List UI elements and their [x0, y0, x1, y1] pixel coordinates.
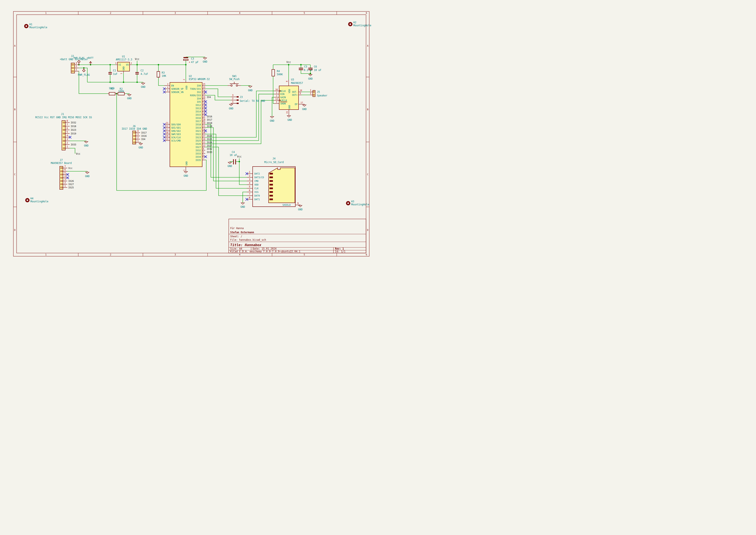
svg-text:30: 30: [203, 122, 205, 124]
pwr-flag-label: PWR_FLAG: [78, 73, 90, 76]
capacitor-c2[interactable]: C2 4.7uF: [135, 69, 148, 75]
gnd-symbol: GND: [229, 103, 237, 110]
comment: Für Hanna: [230, 227, 244, 230]
mounting-hole-h4[interactable]: H4 MountingHole: [25, 197, 48, 203]
border-row-label: B: [14, 108, 15, 111]
svg-text:Vcc: Vcc: [68, 167, 72, 169]
plus-mark: +: [189, 61, 190, 64]
value: 500K: [277, 73, 283, 76]
svg-text:IO33: IO33: [71, 143, 76, 146]
connector-j1[interactable]: J1 RC522 Vcc RST GND IRQ MISO MOSI SCK S…: [35, 113, 92, 155]
svg-text:GND: GND: [184, 174, 188, 177]
ref: C3: [191, 57, 194, 60]
svg-text:DAT0: DAT0: [255, 194, 260, 197]
svg-text:IO25: IO25: [196, 139, 201, 142]
svg-text:IO17: IO17: [207, 119, 212, 121]
border-row-label: D: [367, 229, 368, 231]
capacitor-c1[interactable]: C1 1uF: [108, 69, 118, 75]
mounting-hole-h2[interactable]: H2 MountingHole: [348, 21, 371, 27]
svg-text:GND: GND: [288, 105, 291, 109]
mounting-hole-h1[interactable]: H1 MountingHole: [24, 23, 47, 29]
pwr-flag-bottom[interactable]: PWR_FLAG: [78, 68, 90, 76]
mcu-esp32-u2[interactable]: U2 ESP32-WROOM-32 2 VDD 1 GND 3 EN 4 SEN…: [163, 75, 212, 172]
svg-text:IO19: IO19: [207, 125, 212, 127]
connector-j6[interactable]: J6 IO17 IO16 IO4 GND 4 IO17 3 IO16 2 IO4: [122, 125, 147, 144]
svg-text:19: 19: [166, 138, 169, 140]
svg-text:15: 15: [286, 111, 288, 114]
sdcard-j4[interactable]: J4 Micro_SD_Card 1 DAT2 2 DAT3/CD 3 CMD: [246, 157, 299, 207]
vcc-label[interactable]: Vcc: [237, 155, 242, 158]
svg-text:CLK: CLK: [255, 187, 259, 190]
svg-text:36: 36: [203, 131, 205, 134]
svg-text:7: 7: [65, 165, 66, 168]
svg-text:IO18: IO18: [207, 122, 212, 124]
svg-text:17: 17: [301, 101, 303, 104]
svg-text:2: 2: [310, 92, 311, 95]
svg-text:IO26: IO26: [196, 143, 201, 145]
gnd-symbol: GND: [139, 142, 143, 149]
connector-j7[interactable]: J7 MAX98357 Board 7 Vcc 6 5: [51, 158, 74, 189]
svg-text:5: 5: [167, 89, 168, 92]
svg-text:VSS: VSS: [255, 191, 258, 193]
switch-sw1[interactable]: SW1 SW_Push: [228, 75, 241, 86]
svg-text:1: 1: [76, 68, 77, 71]
gnd-symbol: GND: [248, 86, 253, 92]
value: Serial: TX RX GND: [240, 99, 265, 102]
svg-text:IO2: IO2: [197, 91, 201, 94]
border-row-label: C: [14, 173, 15, 176]
border-col-label: 4: [239, 12, 240, 14]
border-col-label: 4: [239, 253, 240, 256]
value: MountingHole: [30, 200, 48, 203]
svg-text:3: 3: [76, 62, 77, 64]
value: ESP32-WROOM-32: [189, 78, 210, 81]
svg-text:IO27: IO27: [196, 146, 201, 149]
svg-text:IO33: IO33: [196, 152, 201, 155]
svg-text:IO14: IO14: [196, 110, 201, 113]
mounting-hole-h3[interactable]: H3 MountingHole: [346, 200, 369, 206]
connector-j5[interactable]: J5 Speaker 1 2: [310, 89, 327, 97]
svg-text:IO32: IO32: [207, 148, 212, 150]
svg-text:OUT-: OUT-: [292, 91, 297, 93]
resistor-r4[interactable]: R4 500K: [272, 70, 283, 76]
svg-text:IO13: IO13: [196, 107, 201, 110]
value: 100k: [118, 90, 124, 93]
id-label: Id: 1/1: [335, 250, 345, 253]
svg-text:TXD0/IO1: TXD0/IO1: [190, 88, 201, 90]
svg-text:22: 22: [166, 125, 168, 127]
value: RC522 Vcc RST GND IRQ MISO MOSI SCK SS: [35, 116, 92, 119]
connector-j3[interactable]: J3 Serial: TX RX GND 3 2 1: [231, 94, 265, 104]
svg-text:IO4: IO4: [207, 96, 211, 99]
value: MAX98357: [291, 82, 303, 85]
svg-text:2: 2: [183, 79, 185, 80]
vcc-label[interactable]: Vcc: [286, 61, 291, 64]
ref: J1: [61, 113, 64, 116]
svg-text:20: 20: [166, 135, 169, 137]
svg-text:9: 9: [300, 92, 301, 95]
regulator-u1[interactable]: U1 AMS1117-3.3 3 2 1 VI VO GND: [115, 55, 132, 74]
ref: J3: [240, 96, 243, 99]
svg-text:2: 2: [131, 62, 132, 64]
border-row-label: B: [367, 108, 368, 111]
svg-text:DAT1: DAT1: [255, 198, 260, 201]
amp-u3[interactable]: U3 MAX98357 8 VDD 15 GND 16 BCLK 1 DIN: [274, 78, 303, 114]
svg-text:SWP/SD3: SWP/SD3: [171, 133, 181, 135]
gnd-symbol: GND: [228, 161, 232, 168]
schematic-canvas: 1 2 3 4 5 6 1 2 3 4 5 6 A B C D A B C D: [0, 0, 378, 268]
svg-text:10: 10: [300, 89, 302, 92]
svg-text:IO4: IO4: [141, 138, 145, 140]
file-label: File: hannabox.kicad_sch: [230, 239, 266, 241]
value: 0.1 uF: [304, 69, 313, 71]
vcc-label[interactable]: Vcc: [135, 58, 140, 61]
svg-text:GND: GND: [308, 77, 313, 80]
svg-text:3: 3: [67, 138, 68, 140]
resistor-r3[interactable]: R3 10K: [157, 71, 166, 78]
svg-text:GND: GND: [241, 205, 245, 209]
resistor-r2[interactable]: R2 100k: [118, 87, 126, 95]
svg-text:2: 2: [137, 136, 139, 139]
svg-text:OUT+: OUT+: [292, 94, 297, 96]
svg-text:IO27: IO27: [68, 183, 74, 185]
tool-label: KiCad E.D.A. eeschema 7.0.9-7.0.9~ubuntu…: [230, 250, 300, 253]
value: 1uF: [113, 72, 118, 75]
svg-text:GAIN: GAIN: [280, 96, 285, 99]
value: MAX98357 Board: [51, 161, 72, 165]
